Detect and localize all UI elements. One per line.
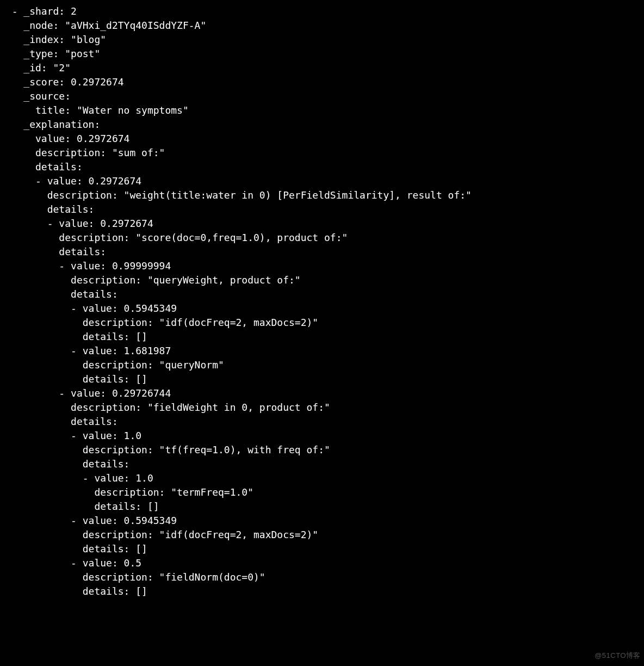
output-line: details: []: [0, 330, 644, 344]
output-line: description: "sum of:": [0, 146, 644, 160]
output-line: details:: [0, 287, 644, 301]
output-line: - value: 0.5: [0, 556, 644, 570]
output-line: details:: [0, 202, 644, 217]
output-line: description: "termFreq=1.0": [0, 485, 644, 499]
output-line: description: "queryNorm": [0, 358, 644, 372]
output-line: - value: 0.29726744: [0, 386, 644, 400]
watermark: @51CTO博客: [595, 649, 641, 663]
output-line: details: []: [0, 542, 644, 556]
output-line: - value: 1.681987: [0, 344, 644, 358]
output-line: _score: 0.2972674: [0, 75, 644, 89]
output-line: - value: 1.0: [0, 429, 644, 443]
output-line: details:: [0, 160, 644, 174]
output-line: description: "fieldWeight in 0, product …: [0, 400, 644, 415]
output-line: - value: 0.2972674: [0, 174, 644, 188]
output-line: - value: 0.99999994: [0, 259, 644, 273]
output-line: - value: 0.2972674: [0, 217, 644, 231]
output-line: - value: 0.5945349: [0, 514, 644, 528]
output-line: description: "idf(docFreq=2, maxDocs=2)": [0, 528, 644, 542]
output-line: details:: [0, 245, 644, 259]
output-line: - _shard: 2: [0, 4, 644, 18]
output-line: description: "tf(freq=1.0), with freq of…: [0, 443, 644, 457]
output-line: _source:: [0, 89, 644, 103]
output-line: description: "idf(docFreq=2, maxDocs=2)": [0, 316, 644, 330]
output-line: _index: "blog": [0, 33, 644, 47]
output-line: details:: [0, 457, 644, 471]
output-line: _explanation:: [0, 118, 644, 132]
output-line: description: "queryWeight, product of:": [0, 273, 644, 287]
output-line: details: []: [0, 584, 644, 599]
output-line: - value: 0.5945349: [0, 301, 644, 316]
output-line: details:: [0, 415, 644, 429]
output-line: _node: "aVHxi_d2TYq40ISddYZF-A": [0, 18, 644, 33]
output-line: description: "fieldNorm(doc=0)": [0, 570, 644, 584]
output-line: title: "Water no symptoms": [0, 103, 644, 118]
output-line: details: []: [0, 372, 644, 386]
yaml-output: - _shard: 2 _node: "aVHxi_d2TYq40ISddYZF…: [0, 4, 644, 599]
output-line: description: "score(doc=0,freq=1.0), pro…: [0, 231, 644, 245]
output-line: description: "weight(title:water in 0) […: [0, 188, 644, 202]
output-line: value: 0.2972674: [0, 132, 644, 146]
output-line: _type: "post": [0, 47, 644, 61]
output-line: _id: "2": [0, 61, 644, 75]
output-line: details: []: [0, 499, 644, 514]
output-line: - value: 1.0: [0, 471, 644, 485]
